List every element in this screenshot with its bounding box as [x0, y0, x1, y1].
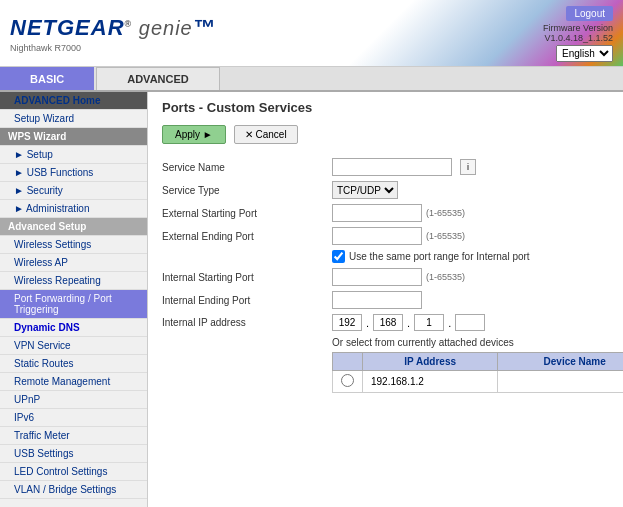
service-type-field: TCP/UDP — [332, 181, 398, 199]
ext-ending-port-field: (1-65535) — [332, 227, 465, 245]
device-name: Nighthawk R7000 — [10, 43, 216, 53]
service-type-row: Service Type TCP/UDP — [162, 181, 609, 199]
ext-ending-port-hint: (1-65535) — [426, 231, 465, 241]
sidebar-item-remote-management[interactable]: Remote Management — [0, 373, 147, 391]
int-ending-port-input[interactable] — [332, 291, 422, 309]
sidebar-item-advanced-setup[interactable]: Advanced Setup — [0, 218, 147, 236]
logo-area: NETGEAR® genie™ Nighthawk R7000 — [10, 15, 216, 53]
ext-ending-port-label: External Ending Port — [162, 231, 332, 242]
radio-cell[interactable] — [333, 371, 363, 393]
ip-row-radio[interactable] — [341, 374, 354, 387]
tab-basic[interactable]: BASIC — [0, 67, 94, 90]
form-table: Service Name i Service Type TCP/UDP Exte… — [162, 158, 609, 331]
main-layout: ADVANCED Home Setup Wizard WPS Wizard ► … — [0, 92, 623, 507]
ip-section: Or select from currently attached device… — [162, 337, 609, 393]
device-name-cell — [498, 371, 623, 393]
ip-octet2-input[interactable] — [373, 314, 403, 331]
use-same-range-label: Use the same port range for Internal por… — [349, 251, 530, 262]
or-select-text: Or select from currently attached device… — [332, 337, 609, 348]
service-name-field: i — [332, 158, 476, 176]
sidebar-item-traffic-meter[interactable]: Traffic Meter — [0, 427, 147, 445]
cancel-button[interactable]: ✕ Cancel — [234, 125, 298, 144]
firmware-version: V1.0.4.18_1.1.52 — [544, 33, 613, 43]
service-name-label: Service Name — [162, 162, 332, 173]
ext-ending-port-input[interactable] — [332, 227, 422, 245]
service-name-input[interactable] — [332, 158, 452, 176]
ext-starting-port-row: External Starting Port (1-65535) — [162, 204, 609, 222]
ip-dot3: . — [448, 317, 451, 329]
sidebar-item-vpn-service[interactable]: VPN Service — [0, 337, 147, 355]
ip-dot2: . — [407, 317, 410, 329]
internal-ip-row: Internal IP address . . . — [162, 314, 609, 331]
content-area: Ports - Custom Services Apply ► ✕ Cancel… — [148, 92, 623, 507]
ip-address-col-header: IP Address — [363, 353, 498, 371]
sidebar-item-setup-wizard[interactable]: Setup Wizard — [0, 110, 147, 128]
table-row: 192.168.1.2 — [333, 371, 624, 393]
apply-button[interactable]: Apply ► — [162, 125, 226, 144]
netgear-logo: NETGEAR® genie™ — [10, 15, 216, 40]
sidebar-item-wps-wizard[interactable]: WPS Wizard — [0, 128, 147, 146]
netgear-text: NETGEAR — [10, 15, 125, 40]
service-name-row: Service Name i — [162, 158, 609, 176]
sidebar-item-setup[interactable]: ► Setup — [0, 146, 147, 164]
radio-col-header — [333, 353, 363, 371]
sidebar-item-upnp[interactable]: UPnP — [0, 391, 147, 409]
ip-octet3-input[interactable] — [414, 314, 444, 331]
sidebar-item-security[interactable]: ► Security — [0, 182, 147, 200]
ext-ending-port-row: External Ending Port (1-65535) — [162, 227, 609, 245]
int-starting-port-row: Internal Starting Port (1-65535) — [162, 268, 609, 286]
int-ending-port-row: Internal Ending Port — [162, 291, 609, 309]
ext-starting-port-field: (1-65535) — [332, 204, 465, 222]
ext-starting-port-label: External Starting Port — [162, 208, 332, 219]
sidebar-item-advanced-home[interactable]: ADVANCED Home — [0, 92, 147, 110]
sidebar-item-wireless-ap[interactable]: Wireless AP — [0, 254, 147, 272]
firmware-info: Firmware Version V1.0.4.18_1.1.52 — [543, 23, 613, 43]
use-same-range-row: Use the same port range for Internal por… — [332, 250, 609, 263]
logout-button[interactable]: Logout — [566, 6, 613, 21]
ip-dot1: . — [366, 317, 369, 329]
sidebar-item-dynamic-dns[interactable]: Dynamic DNS — [0, 319, 147, 337]
info-icon[interactable]: i — [460, 159, 476, 175]
int-ending-port-label: Internal Ending Port — [162, 295, 332, 306]
int-starting-port-input[interactable] — [332, 268, 422, 286]
sidebar-item-wireless-settings[interactable]: Wireless Settings — [0, 236, 147, 254]
internal-ip-label: Internal IP address — [162, 317, 332, 328]
ip-octet4-input[interactable] — [455, 314, 485, 331]
language-select[interactable]: English — [556, 45, 613, 62]
ip-table: IP Address Device Name 192.168.1.2 — [332, 352, 623, 393]
sidebar-item-administration[interactable]: ► Administration — [0, 200, 147, 218]
sidebar: ADVANCED Home Setup Wizard WPS Wizard ► … — [0, 92, 148, 507]
service-type-select[interactable]: TCP/UDP — [332, 181, 398, 199]
use-same-range-checkbox[interactable] — [332, 250, 345, 263]
logo: NETGEAR® genie™ — [10, 15, 216, 41]
action-bar: Apply ► ✕ Cancel — [162, 125, 609, 144]
ip-octet1-input[interactable] — [332, 314, 362, 331]
sidebar-item-ipv6[interactable]: IPv6 — [0, 409, 147, 427]
genie-text: genie — [132, 17, 193, 39]
ext-starting-port-input[interactable] — [332, 204, 422, 222]
sidebar-item-static-routes[interactable]: Static Routes — [0, 355, 147, 373]
service-type-label: Service Type — [162, 185, 332, 196]
tab-advanced[interactable]: ADVANCED — [96, 67, 220, 90]
tab-bar: BASIC ADVANCED — [0, 67, 623, 92]
int-starting-port-hint: (1-65535) — [426, 272, 465, 282]
sidebar-item-usb-settings[interactable]: USB Settings — [0, 445, 147, 463]
app-header: NETGEAR® genie™ Nighthawk R7000 Logout F… — [0, 0, 623, 67]
sidebar-item-led-control[interactable]: LED Control Settings — [0, 463, 147, 481]
page-title: Ports - Custom Services — [162, 100, 609, 115]
device-name-col-header: Device Name — [498, 353, 623, 371]
header-right: Logout Firmware Version V1.0.4.18_1.1.52… — [543, 6, 613, 62]
int-starting-port-field: (1-65535) — [332, 268, 465, 286]
sidebar-item-wireless-repeating[interactable]: Wireless Repeating — [0, 272, 147, 290]
internal-ip-field: . . . — [332, 314, 485, 331]
int-ending-port-field — [332, 291, 422, 309]
int-starting-port-label: Internal Starting Port — [162, 272, 332, 283]
firmware-label: Firmware Version — [543, 23, 613, 33]
sidebar-item-vlan-bridge[interactable]: VLAN / Bridge Settings — [0, 481, 147, 499]
sidebar-item-usb-functions[interactable]: ► USB Functions — [0, 164, 147, 182]
ext-starting-port-hint: (1-65535) — [426, 208, 465, 218]
ip-address-cell: 192.168.1.2 — [363, 371, 498, 393]
sidebar-item-port-forwarding[interactable]: Port Forwarding / Port Triggering — [0, 290, 147, 319]
